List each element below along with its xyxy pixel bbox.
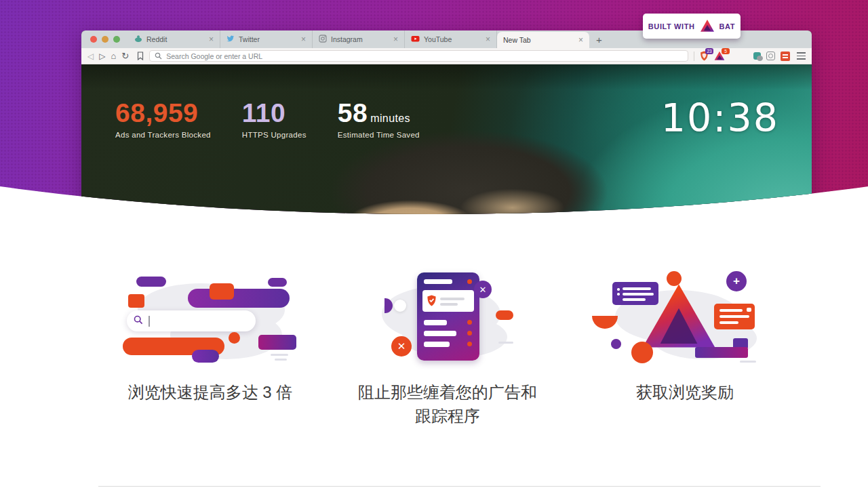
address-placeholder: Search Google or enter a URL bbox=[166, 52, 262, 60]
close-icon[interactable]: × bbox=[301, 35, 306, 43]
shield-check-icon bbox=[427, 295, 437, 306]
speed-illustration bbox=[125, 271, 295, 369]
new-tab-button[interactable]: + bbox=[589, 34, 609, 48]
close-icon[interactable]: × bbox=[486, 35, 490, 43]
feature-block-ads: ✕ ✕ 阻止那些缠着您的广告和 跟踪程序 bbox=[344, 271, 551, 428]
built-with-bat-badge[interactable]: BUILT WITH BAT bbox=[643, 14, 741, 39]
block-x-icon: ✕ bbox=[391, 336, 412, 357]
stat-label: Ads and Trackers Blocked bbox=[115, 131, 211, 139]
extension-icon-1[interactable] bbox=[753, 52, 761, 60]
address-bar[interactable]: Search Google or enter a URL bbox=[149, 50, 688, 62]
tab-youtube[interactable]: YouTube × bbox=[405, 30, 497, 48]
stat-label: HTTPS Upgrades bbox=[242, 131, 307, 139]
badge-suffix: BAT bbox=[719, 22, 736, 30]
hero-section: Reddit × Twitter × Instagram × bbox=[0, 0, 868, 230]
extension-icon-3[interactable] bbox=[781, 52, 790, 61]
stat-value: 68,959 bbox=[115, 98, 198, 127]
shield-counter-badge: 23 bbox=[705, 48, 713, 54]
forward-button[interactable]: ▷ bbox=[99, 52, 105, 60]
toolbar-divider bbox=[694, 52, 694, 61]
stat-time-saved: 58minutes Estimated Time Saved bbox=[338, 100, 420, 139]
stat-unit: minutes bbox=[370, 113, 410, 124]
rewards-illustration: + bbox=[600, 271, 770, 369]
browser-toolbar: ◁ ▷ ⌂ ↻ Search Google or enter a URL 23 … bbox=[81, 48, 812, 64]
plus-icon: + bbox=[726, 271, 747, 291]
illustration-search-bar bbox=[127, 310, 256, 331]
home-button[interactable]: ⌂ bbox=[111, 52, 116, 60]
tab-label: Instagram bbox=[331, 35, 389, 43]
feature-rewards: + 获取浏览奖励 bbox=[582, 271, 789, 428]
tab-twitter[interactable]: Twitter × bbox=[220, 30, 313, 48]
instagram-icon bbox=[319, 35, 327, 44]
extension-icon-2[interactable] bbox=[766, 52, 775, 60]
bookmark-icon[interactable] bbox=[137, 52, 144, 60]
tab-reddit[interactable]: Reddit × bbox=[128, 30, 220, 48]
close-icon[interactable]: × bbox=[209, 35, 214, 43]
block-x-icon: ✕ bbox=[474, 281, 492, 298]
stat-value: 58 bbox=[338, 98, 368, 127]
tab-label: Reddit bbox=[146, 35, 205, 43]
search-icon bbox=[155, 50, 162, 62]
bat-triangle-icon bbox=[639, 282, 718, 352]
minimize-window-button[interactable] bbox=[102, 36, 108, 43]
newtab-background-photo: 68,959 Ads and Trackers Blocked 110 HTTP… bbox=[81, 64, 812, 224]
block-ads-illustration: ✕ ✕ bbox=[363, 271, 532, 369]
tab-label: Twitter bbox=[239, 35, 297, 43]
tab-label: New Tab bbox=[503, 36, 574, 44]
bat-triangle-icon bbox=[700, 19, 715, 34]
browser-window: Reddit × Twitter × Instagram × bbox=[81, 30, 812, 224]
stat-value: 110 bbox=[242, 98, 285, 127]
newtab-stats: 68,959 Ads and Trackers Blocked 110 HTTP… bbox=[115, 100, 420, 139]
feature-speed: 浏览快速提高多达 3 倍 bbox=[107, 271, 314, 428]
menu-icon[interactable] bbox=[797, 52, 806, 59]
feature-caption: 获取浏览奖励 bbox=[582, 380, 789, 404]
twitter-icon bbox=[226, 35, 235, 44]
close-icon[interactable]: × bbox=[393, 35, 398, 43]
reload-button[interactable]: ↻ bbox=[121, 52, 129, 60]
youtube-icon bbox=[411, 35, 420, 44]
stat-label: Estimated Time Saved bbox=[338, 131, 420, 139]
close-icon[interactable]: × bbox=[578, 36, 583, 44]
search-icon bbox=[134, 315, 143, 327]
zoom-window-button[interactable] bbox=[113, 36, 120, 43]
tab-new-tab[interactable]: New Tab × bbox=[497, 32, 589, 48]
clock: 10:38 bbox=[661, 96, 779, 140]
feature-caption: 阻止那些缠着您的广告和 跟踪程序 bbox=[344, 380, 551, 428]
brave-shield-icon[interactable]: 23 bbox=[700, 51, 709, 61]
badge-prefix: BUILT WITH bbox=[648, 22, 695, 30]
features-section: 浏览快速提高多达 3 倍 bbox=[0, 271, 868, 428]
tab-instagram[interactable]: Instagram × bbox=[313, 30, 405, 48]
reddit-icon bbox=[134, 35, 142, 44]
close-window-button[interactable] bbox=[90, 36, 97, 43]
section-divider bbox=[98, 486, 821, 487]
tab-label: YouTube bbox=[424, 35, 481, 43]
stat-ads-blocked: 68,959 Ads and Trackers Blocked bbox=[115, 100, 211, 139]
bat-rewards-icon[interactable]: 5 bbox=[714, 51, 725, 61]
stat-https-upgrades: 110 HTTPS Upgrades bbox=[242, 100, 307, 139]
bat-counter-badge: 5 bbox=[722, 48, 730, 54]
feature-caption: 浏览快速提高多达 3 倍 bbox=[107, 380, 314, 404]
back-button[interactable]: ◁ bbox=[87, 52, 94, 60]
window-controls bbox=[81, 36, 128, 48]
